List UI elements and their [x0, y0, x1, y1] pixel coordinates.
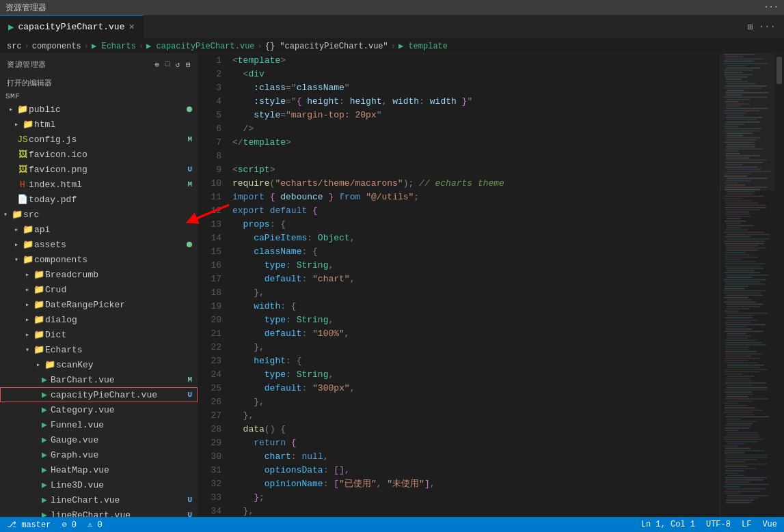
code-line: require("echarts/theme/macarons"); // ec… — [232, 177, 720, 191]
code-line: type: String, — [232, 313, 720, 327]
line-col[interactable]: Ln 1, Col 1 — [641, 520, 695, 529]
tree-item-Gauge.vue[interactable]: ▶Gauge.vue — [0, 432, 198, 447]
code-line: }, — [232, 286, 720, 300]
sidebar-header-actions[interactable]: ⊕ □ ↺ ⊟ — [155, 60, 191, 69]
tree-item-api[interactable]: ▸📁api — [0, 222, 198, 237]
tree-item-label: public — [29, 104, 187, 115]
tree-item-BarChart.vue[interactable]: ▶BarChart.vueM — [0, 372, 198, 387]
code-line: }, — [232, 395, 720, 409]
refresh-icon[interactable]: ↺ — [176, 60, 180, 69]
tree-item-label: Category.vue — [51, 405, 198, 415]
tree-arrow: ▸ — [11, 240, 22, 249]
breadcrumb-file[interactable]: ▶ capacityPieChart.vue — [146, 41, 254, 51]
breadcrumb-src[interactable]: src — [7, 42, 22, 51]
error-count[interactable]: ⊘ 0 — [62, 520, 77, 530]
tree-item-Dict[interactable]: ▸📁Dict — [0, 327, 198, 342]
tree-arrow: ▾ — [22, 346, 33, 354]
warning-count[interactable]: ⚠ 0 — [87, 520, 103, 530]
tree-arrow: ▸ — [5, 105, 16, 113]
tab-close-button[interactable]: × — [129, 22, 134, 33]
file-icon: ▶ — [38, 509, 51, 517]
tree-item-label: dialog — [45, 315, 198, 325]
file-icon: H — [16, 180, 29, 190]
line-ending[interactable]: LF — [742, 520, 751, 529]
code-line: className: { — [232, 245, 720, 259]
tree-item-label: Crud — [45, 285, 198, 295]
new-folder-icon[interactable]: □ — [165, 60, 170, 69]
tree-item-lineReChart.vue[interactable]: ▶lineReChart.vueU — [0, 507, 198, 517]
tree-item-favicon.png[interactable]: 🖼favicon.pngU — [0, 162, 198, 177]
tree-item-scanKey[interactable]: ▸📁scanKey — [0, 357, 198, 372]
code-line: props: { — [232, 218, 720, 232]
tree-item-today.pdf[interactable]: 📄today.pdf — [0, 192, 198, 207]
tree-item-label: DateRangePicker — [45, 300, 198, 310]
tree-arrow: ▾ — [0, 210, 11, 219]
tree-item-dialog[interactable]: ▸📁dialog — [0, 312, 198, 327]
git-badge: U — [187, 165, 192, 173]
encoding[interactable]: UTF-8 — [706, 520, 731, 529]
minimap[interactable] — [720, 54, 774, 517]
language[interactable]: Vue — [762, 520, 777, 529]
code-line: import { debounce } from "@/utils"; — [232, 191, 720, 204]
sidebar-open-editors[interactable]: 打开的编辑器 — [0, 75, 198, 91]
code-line: data() { — [232, 423, 720, 436]
tree-item-lineChart.vue[interactable]: ▶lineChart.vueU — [0, 492, 198, 507]
git-badge: U — [187, 496, 192, 504]
tree-item-components[interactable]: ▾📁components — [0, 252, 198, 267]
breadcrumb-echarts[interactable]: ▶ Echarts — [92, 41, 136, 51]
tree-item-html[interactable]: ▸📁html — [0, 117, 198, 132]
more-actions-icon[interactable]: ··· — [759, 21, 776, 33]
sidebar: 资源管理器 ⊕ □ ↺ ⊟ 打开的编辑器 SMF ▸📁public▸📁htmlJ… — [0, 54, 198, 517]
tree-item-Line3D.vue[interactable]: ▶Line3D.vue — [0, 477, 198, 492]
code-line: <template> — [232, 54, 720, 68]
editor-actions[interactable]: ⊞ ··· — [747, 21, 784, 33]
tree-item-Echarts[interactable]: ▾📁Echarts — [0, 342, 198, 357]
split-editor-icon[interactable]: ⊞ — [747, 21, 753, 33]
breadcrumb-export[interactable]: {} "capacityPieChart.vue" — [265, 42, 388, 51]
tree-item-assets[interactable]: ▸📁assets — [0, 237, 198, 252]
file-icon: ▶ — [38, 434, 51, 445]
file-icon: ▶ — [38, 404, 51, 415]
tree-item-label: Gauge.vue — [51, 435, 198, 445]
tree-item-public[interactable]: ▸📁public — [0, 102, 198, 117]
title-bar-icons[interactable]: ··· — [763, 3, 779, 12]
tree-item-config.js[interactable]: JSconfig.jsM — [0, 132, 198, 147]
tree-item-Category.vue[interactable]: ▶Category.vue — [0, 402, 198, 417]
tree-item-label: Dict — [45, 330, 198, 340]
new-file-icon[interactable]: ⊕ — [155, 60, 160, 69]
tree-item-label: config.js — [29, 135, 187, 145]
tree-item-DateRangePicker[interactable]: ▸📁DateRangePicker — [0, 297, 198, 312]
tree-item-Graph.vue[interactable]: ▶Graph.vue — [0, 447, 198, 462]
code-line: width: { — [232, 300, 720, 313]
status-right: Ln 1, Col 1 UTF-8 LF Vue — [641, 520, 777, 529]
collapse-icon[interactable]: ⊟ — [186, 60, 191, 69]
file-icon: 📁 — [33, 284, 45, 295]
status-dot — [187, 242, 192, 247]
tree-item-favicon.ico[interactable]: 🖼favicon.ico — [0, 147, 198, 162]
right-scrollbar[interactable] — [774, 54, 784, 517]
tree-item-HeatMap.vue[interactable]: ▶HeatMap.vue — [0, 462, 198, 477]
tab-capacity-pie-chart[interactable]: ▶ capacityPieChart.vue × — [0, 15, 144, 39]
code-line: }, — [232, 409, 720, 423]
tree-arrow: ▸ — [22, 285, 33, 294]
tree-item-index.html[interactable]: Hindex.htmlM — [0, 177, 198, 192]
tree-item-label: scanKey — [56, 360, 198, 370]
tree-item-label: capacityPieChart.vue — [51, 390, 187, 400]
code-editor[interactable]: <template> <div :class="className" :styl… — [227, 54, 720, 517]
code-line: chart: null, — [232, 450, 720, 464]
file-icon: ▶ — [38, 449, 51, 460]
tree-item-src[interactable]: ▾📁src — [0, 207, 198, 222]
git-branch[interactable]: ⎇ master — [7, 520, 51, 530]
vue-file-icon: ▶ — [8, 21, 14, 33]
status-dot — [187, 107, 192, 112]
breadcrumb-template[interactable]: ▶ template — [398, 41, 448, 51]
tree-item-Funnel.vue[interactable]: ▶Funnel.vue — [0, 417, 198, 432]
file-icon: ▶ — [38, 464, 51, 475]
tree-item-Crud[interactable]: ▸📁Crud — [0, 282, 198, 297]
tree-item-Breadcrumb[interactable]: ▸📁Breadcrumb — [0, 267, 198, 282]
tree-item-label: components — [34, 255, 198, 265]
breadcrumb-components[interactable]: components — [32, 42, 81, 51]
tree-item-capacityPieChart.vue[interactable]: ▶capacityPieChart.vueU — [0, 387, 198, 402]
tree-arrow: ▸ — [11, 225, 22, 234]
code-line: }; — [232, 491, 720, 505]
